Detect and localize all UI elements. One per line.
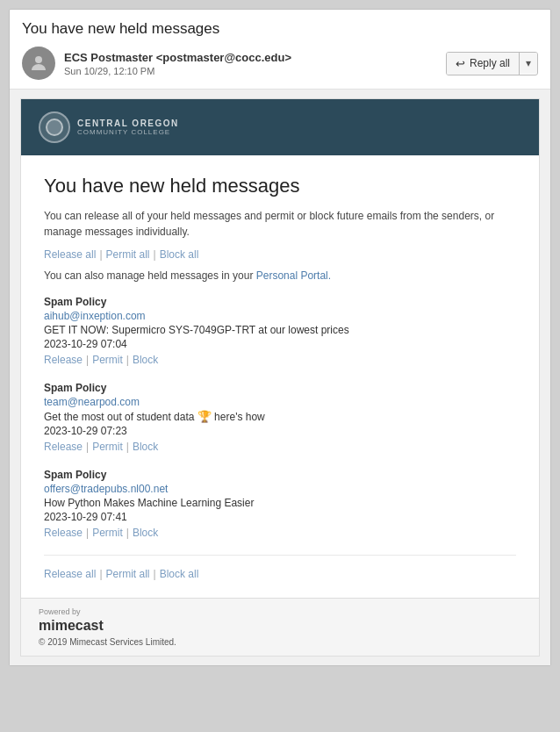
divider [44,555,516,556]
mimecast-brand: mimecast [39,618,521,634]
sender-date: Sun 10/29, 12:10 PM [64,66,291,76]
message-item: Spam Policy team@nearpod.com Get the mos… [44,382,516,453]
sender-info: ECS Postmaster <postmaster@cocc.edu> Sun… [64,51,291,76]
top-action-links: Release all | Permit all | Block all [44,248,516,261]
email-banner: CENTRAL OREGON COMMUNITY COLLEGE [21,99,539,155]
trophy-emoji: 🏆 [197,410,212,423]
message-item: Spam Policy offers@tradepubs.nl00.net Ho… [44,469,516,539]
message-date-2: 2023-10-29 07:23 [44,425,516,437]
logo-circle-inner [46,118,63,136]
reply-dropdown-arrow[interactable]: ▾ [520,53,537,74]
svg-point-0 [35,56,42,63]
message-item: Spam Policy aihub@inxeption.com GET IT N… [44,296,516,366]
release-link-2[interactable]: Release [44,441,83,453]
message-actions-1: Release | Permit | Block [44,354,516,366]
permit-link-2[interactable]: Permit [92,441,123,453]
email-inner: CENTRAL OREGON COMMUNITY COLLEGE You hav… [20,98,540,657]
sep2-top: | [154,248,156,261]
logo-circle [39,111,70,143]
spam-policy-label-1: Spam Policy [44,296,516,308]
msg-sep1-3: | [86,527,89,539]
banner-text: CENTRAL OREGON COMMUNITY COLLEGE [77,118,179,136]
block-all-link-top[interactable]: Block all [160,248,199,261]
message-actions-3: Release | Permit | Block [44,527,516,539]
email-content: You have new held messages You can relea… [21,155,539,598]
content-title: You have new held messages [44,175,516,197]
banner-line2: COMMUNITY COLLEGE [77,128,179,136]
msg-sep2-3: | [126,527,129,539]
email-outer-header: You have new held messages ECS Postmaste… [10,10,550,90]
msg-sep2-1: | [126,354,129,366]
banner-logo: CENTRAL OREGON COMMUNITY COLLEGE [39,111,179,143]
banner-line1: CENTRAL OREGON [77,118,179,128]
message-date-1: 2023-10-29 07:04 [44,338,516,350]
reply-all-button[interactable]: ↩ Reply all ▾ [446,52,538,75]
email-container: You have new held messages ECS Postmaste… [9,9,551,666]
msg-sep2-2: | [126,441,129,453]
permit-link-1[interactable]: Permit [92,354,123,366]
message-subject-3: How Python Makes Machine Learning Easier [44,497,516,509]
message-date-3: 2023-10-29 07:41 [44,511,516,523]
block-all-link-bottom[interactable]: Block all [160,568,199,580]
message-actions-2: Release | Permit | Block [44,441,516,453]
sender-name: ECS Postmaster <postmaster@cocc.edu> [64,51,291,64]
sender-row: ECS Postmaster <postmaster@cocc.edu> Sun… [22,47,538,80]
block-link-1[interactable]: Block [133,354,158,366]
email-footer: Powered by mimecast © 2019 Mimecast Serv… [21,598,539,656]
msg-sep1-1: | [86,354,89,366]
sep2-bottom: | [154,568,156,580]
msg-sep1-2: | [86,441,89,453]
spam-policy-label-2: Spam Policy [44,382,516,394]
email-body-wrapper: CENTRAL OREGON COMMUNITY COLLEGE You hav… [10,90,550,665]
sep1-bottom: | [99,568,102,580]
permit-all-link-top[interactable]: Permit all [106,248,150,261]
message-sender-link-1[interactable]: aihub@inxeption.com [44,310,516,322]
message-sender-link-2[interactable]: team@nearpod.com [44,396,516,408]
bottom-action-links: Release all | Permit all | Block all [44,568,516,580]
avatar [22,47,55,80]
spam-policy-label-3: Spam Policy [44,469,516,481]
release-link-1[interactable]: Release [44,354,83,366]
permit-link-3[interactable]: Permit [92,527,123,539]
portal-text: You can also manage held messages in you… [44,269,516,282]
reply-icon: ↩ [456,57,465,70]
message-sender-link-3[interactable]: offers@tradepubs.nl00.net [44,483,516,495]
footer-copyright: © 2019 Mimecast Services Limited. [39,637,521,647]
block-link-2[interactable]: Block [133,441,158,453]
sender-left: ECS Postmaster <postmaster@cocc.edu> Sun… [22,47,291,80]
permit-all-link-bottom[interactable]: Permit all [106,568,150,580]
page-title: You have new held messages [22,20,538,38]
block-link-3[interactable]: Block [133,527,158,539]
release-link-3[interactable]: Release [44,527,83,539]
message-subject-2: Get the most out of student data 🏆 here'… [44,410,516,423]
release-all-link-bottom[interactable]: Release all [44,568,96,580]
reply-all-label: Reply all [470,57,510,69]
content-description: You can release all of your held message… [44,208,516,240]
sep1-top: | [99,248,102,261]
message-subject-1: GET IT NOW: Supermicro SYS-7049GP-TRT at… [44,324,516,336]
reply-all-main[interactable]: ↩ Reply all [447,53,520,75]
release-all-link-top[interactable]: Release all [44,248,96,261]
powered-by-label: Powered by [39,607,521,616]
personal-portal-link[interactable]: Personal Portal. [256,269,331,282]
